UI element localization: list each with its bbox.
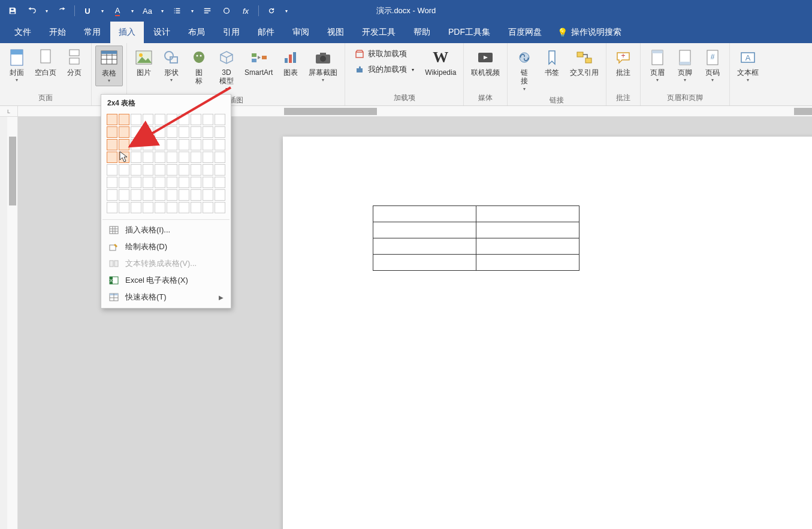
list-dropdown[interactable]: ▾ [189,3,196,19]
tab-pdf[interactable]: PDF工具集 [440,22,499,43]
textbox-button[interactable]: A 文本框▾ [733,46,762,85]
bookmark-button[interactable]: 书签 [539,46,565,79]
grid-cell[interactable] [191,152,201,163]
grid-cell[interactable] [119,114,129,125]
grid-cell[interactable] [143,139,153,150]
blank-page-button[interactable]: 空白页 [31,46,60,79]
grid-cell[interactable] [107,164,117,176]
grid-cell[interactable] [179,164,189,176]
excel-spreadsheet-menu-item[interactable]: X Excel 电子表格(X) [101,272,231,289]
grid-cell[interactable] [155,189,165,201]
grid-cell[interactable] [203,177,213,188]
quick-tables-menu-item[interactable]: 快速表格(T) ▶ [101,289,231,306]
grid-cell[interactable] [107,114,117,125]
tab-design[interactable]: 设计 [145,22,179,43]
grid-cell[interactable] [131,189,141,201]
grid-cell[interactable] [215,189,225,201]
grid-cell[interactable] [191,139,201,150]
pagenum-button[interactable]: # 页码▾ [699,46,726,85]
grid-cell[interactable] [215,126,225,138]
grid-cell[interactable] [107,202,117,213]
paragraph-button[interactable] [200,3,215,19]
grid-cell[interactable] [203,164,213,176]
grid-cell[interactable] [131,139,141,150]
get-addins-button[interactable]: 获取加载项 [351,47,418,61]
grid-cell[interactable] [155,114,165,125]
grid-cell[interactable] [215,152,225,163]
cover-page-button[interactable]: 封面▾ [4,46,30,85]
chart-button[interactable]: 图表 [277,46,304,79]
grid-cell[interactable] [167,152,177,163]
tab-review[interactable]: 审阅 [284,22,318,43]
grid-cell[interactable] [179,139,189,150]
list-button[interactable] [170,3,185,19]
grid-cell[interactable] [191,126,201,138]
grid-cell[interactable] [143,126,153,138]
smartart-button[interactable]: SmartArt [241,46,276,79]
grid-cell[interactable] [203,126,213,138]
header-button[interactable]: 页眉▾ [644,46,671,85]
grid-cell[interactable] [203,139,213,150]
grid-cell[interactable] [179,114,189,125]
grid-cell[interactable] [107,126,117,138]
circle-button[interactable] [219,3,234,19]
insert-table-menu-item[interactable]: 插入表格(I)... [101,222,231,238]
grid-cell[interactable] [167,202,177,213]
grid-cell[interactable] [179,126,189,138]
tab-help[interactable]: 帮助 [405,22,439,43]
grid-cell[interactable] [119,152,129,163]
screenshot-button[interactable]: 屏幕截图▾ [305,46,341,85]
grid-cell[interactable] [203,152,213,163]
redo-button[interactable] [54,3,70,19]
grid-cell[interactable] [203,114,213,125]
tell-me-search[interactable]: 💡 操作说明搜索 [551,27,627,38]
crossref-button[interactable]: 交叉引用 [566,46,602,79]
undo-dropdown[interactable]: ▾ [43,3,50,19]
grid-cell[interactable] [191,202,201,213]
icons-button[interactable]: 图 标 [186,46,212,88]
tab-file[interactable]: 文件 [6,22,40,43]
grid-cell[interactable] [167,114,177,125]
shapes-button[interactable]: 形状▾ [158,46,185,85]
grid-cell[interactable] [155,152,165,163]
tab-references[interactable]: 引用 [215,22,248,43]
document-page[interactable] [283,137,812,529]
grid-cell[interactable] [131,202,141,213]
grid-cell[interactable] [215,139,225,150]
tab-developer[interactable]: 开发工具 [354,22,404,43]
draw-table-menu-item[interactable]: 绘制表格(D) [101,238,231,255]
tab-baidu[interactable]: 百度网盘 [500,22,550,43]
font-color-dropdown[interactable]: ▾ [129,3,136,19]
grid-cell[interactable] [119,164,129,176]
grid-cell[interactable] [131,114,141,125]
grid-cell[interactable] [191,177,201,188]
grid-cell[interactable] [143,189,153,201]
grid-cell[interactable] [131,152,141,163]
grid-cell[interactable] [155,126,165,138]
vertical-ruler[interactable] [7,117,18,529]
tab-insert[interactable]: 插入 [110,22,144,43]
grid-cell[interactable] [167,177,177,188]
grid-cell[interactable] [107,189,117,201]
online-video-button[interactable]: 联机视频 [467,46,503,79]
grid-cell[interactable] [191,164,201,176]
tab-common[interactable]: 常用 [76,22,109,43]
comment-button[interactable]: + 批注 [610,46,636,79]
grid-cell[interactable] [143,202,153,213]
grid-cell[interactable] [167,189,177,201]
picture-button[interactable]: 图片 [131,46,157,79]
tab-layout[interactable]: 布局 [180,22,213,43]
grid-cell[interactable] [203,202,213,213]
change-case-dropdown[interactable]: ▾ [159,3,166,19]
grid-cell[interactable] [203,189,213,201]
tab-mail[interactable]: 邮件 [249,22,283,43]
model3d-button[interactable]: 3D 模型▾ [213,46,240,94]
grid-cell[interactable] [119,139,129,150]
table-button[interactable]: 表格▾ [95,46,123,86]
grid-cell[interactable] [215,202,225,213]
font-color-button[interactable]: A [110,3,125,19]
grid-cell[interactable] [167,139,177,150]
inserted-table-preview[interactable] [373,205,579,271]
grid-cell[interactable] [155,139,165,150]
my-addins-button[interactable]: 我的加载项▾ [351,62,418,77]
